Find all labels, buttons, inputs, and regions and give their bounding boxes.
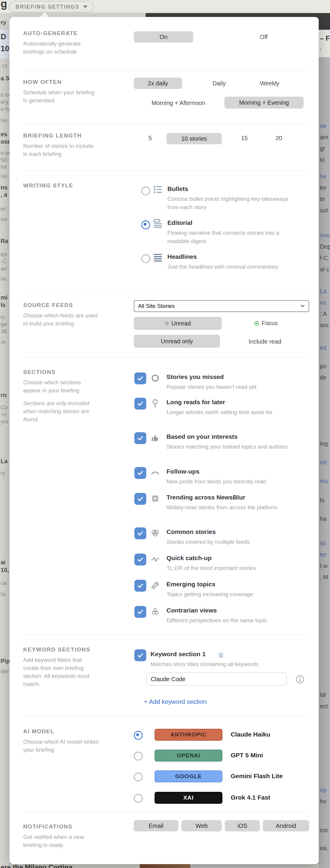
length-15-button[interactable]: 15	[231, 135, 258, 142]
openai-badge[interactable]: OPENAI	[155, 750, 222, 762]
notify-web-button[interactable]: Web	[182, 820, 222, 831]
section-item-description: Widely-read stories from across the plat…	[166, 503, 300, 512]
keyword-section-1-label[interactable]: Keyword section 1	[151, 651, 206, 658]
read-filter-unread-button[interactable]: Unread	[134, 317, 222, 330]
feed-select[interactable]: All Site Stories	[134, 300, 309, 312]
section-based-on-interests-checkbox[interactable]	[134, 432, 146, 444]
writing-style-headlines-radio[interactable]	[141, 254, 150, 263]
article-text-fragment: – F	[320, 34, 330, 42]
time-morning-afternoon-button[interactable]: Morning + Afternoon	[140, 100, 217, 106]
story-list-fragment: 0ar	[1, 118, 7, 123]
include-filter-include-read-button[interactable]: Include read	[231, 338, 299, 345]
keyword-sections-title: KEYWORD SECTIONS	[23, 646, 90, 653]
article-text-fragment: ha	[320, 516, 326, 522]
section-item-title[interactable]: Emerging topics	[166, 581, 216, 588]
story-list-fragment: 0a	[1, 276, 6, 282]
ai-model-title: AI MODEL	[23, 728, 55, 735]
article-text-fragment: mu	[320, 478, 328, 485]
briefing-length-title: BRIEFING LENGTH	[23, 132, 82, 139]
time-morning-evening-button[interactable]: Morning + Evening	[225, 97, 303, 108]
bullets-icon	[153, 185, 163, 194]
section-item-title[interactable]: Trending across NewsBlur	[166, 494, 245, 501]
section-item-title[interactable]: Long reads for later	[166, 399, 225, 406]
ai-model-anthropic-radio[interactable]	[134, 731, 143, 740]
section-divider	[23, 812, 309, 812]
writing-style-editorial-label[interactable]: Editorial	[167, 219, 192, 226]
article-text-fragment: La	[320, 288, 326, 295]
article-text-fragment: sti	[320, 540, 326, 547]
article-text-fragment: ter	[320, 551, 327, 558]
section-stories-you-missed-checkbox[interactable]	[134, 372, 146, 384]
frequency-2x-daily-button[interactable]: 2x daily	[134, 78, 182, 89]
section-item-title[interactable]: Stories you missed	[166, 373, 224, 380]
ai-model-name[interactable]: GPT 5 Mini	[231, 752, 263, 759]
ai-model-name[interactable]: Grok 4.1 Fast	[231, 794, 270, 801]
notify-android-button[interactable]: Android	[263, 820, 309, 831]
writing-style-bullets-label[interactable]: Bullets	[167, 185, 188, 192]
section-item-title[interactable]: Based on your interests	[166, 433, 237, 440]
section-follow-ups-checkbox[interactable]	[134, 467, 146, 479]
section-item-title[interactable]: Quick catch-up	[166, 555, 212, 562]
section-item-title[interactable]: Follow-ups	[166, 468, 199, 475]
read-filter-focus-button[interactable]: Focus	[239, 320, 293, 327]
writing-style-headlines-label[interactable]: Headlines	[167, 253, 197, 260]
ai-model-name[interactable]: Claude Haiku	[231, 731, 270, 738]
section-divider	[23, 290, 309, 290]
section-item-description: New posts from feeds you recently read	[166, 477, 300, 486]
story-list-fragment: 36	[1, 328, 7, 335]
add-keyword-section-button[interactable]: + Add keyword section	[144, 698, 207, 705]
writing-style-bullets-radio[interactable]	[141, 187, 150, 195]
anthropic-badge[interactable]: ANTHROPIC	[155, 729, 222, 741]
section-item-title[interactable]: Common stories	[166, 528, 216, 535]
source-feeds-title: SOURCE FEEDS	[23, 302, 73, 308]
keyword-section-1-checkbox[interactable]	[134, 649, 146, 661]
delete-keyword-icon[interactable]	[218, 652, 224, 658]
notifications-title: NOTIFICATIONS	[23, 824, 72, 830]
check-icon	[137, 400, 144, 407]
length-5-button[interactable]: 5	[137, 135, 164, 142]
article-text-fragment: : A	[320, 311, 327, 317]
length-10-stories-button[interactable]: 10 stories	[166, 133, 222, 144]
notify-ios-button[interactable]: iOS	[225, 820, 260, 831]
headlines-icon	[153, 252, 163, 262]
length-20-button[interactable]: 20	[265, 135, 293, 142]
auto-generate-off-button[interactable]: Off	[235, 34, 292, 40]
keyword-input[interactable]	[146, 673, 287, 686]
section-item-title[interactable]: Contrarian views	[166, 607, 217, 614]
story-list-fragment: a S	[1, 75, 9, 82]
article-text-fragment: to	[320, 156, 325, 163]
auto-generate-description: Automatically generate briefings on sche…	[23, 39, 99, 56]
briefing-settings-button[interactable]: BRIEFING SETTINGS	[9, 1, 94, 13]
section-item-description: Longer articles worth setting time aside…	[166, 408, 300, 416]
section-emerging-topics-checkbox[interactable]	[134, 580, 146, 592]
story-list-fragment: rn	[1, 392, 6, 399]
frequency-weekly-button[interactable]: Weekly	[250, 80, 289, 87]
story-list-fragment: Co	[1, 404, 8, 411]
section-divider	[23, 634, 309, 635]
article-text-fragment: al c	[320, 266, 329, 273]
ai-model-google-radio[interactable]	[134, 773, 143, 781]
section-quick-catch-up-checkbox[interactable]	[134, 554, 146, 565]
google-badge[interactable]: GOOGLE	[155, 770, 222, 782]
source-feeds-description: Choose which feeds are used to build you…	[23, 311, 99, 328]
writing-style-editorial-radio[interactable]	[141, 220, 150, 229]
section-contrarian-views-checkbox[interactable]	[134, 606, 146, 618]
story-list-fragment: , a	[1, 191, 7, 198]
check-icon	[137, 435, 144, 442]
section-common-stories-checkbox[interactable]	[134, 527, 146, 539]
section-trending-checkbox[interactable]	[134, 493, 146, 505]
section-long-reads-checkbox[interactable]	[134, 398, 146, 410]
ai-model-name[interactable]: Gemini Flash Lite	[231, 773, 283, 780]
auto-generate-on-button[interactable]: On	[134, 31, 193, 42]
include-filter-unread-only-button[interactable]: Unread only	[134, 335, 220, 348]
article-text-fragment: gr	[320, 145, 325, 152]
ai-model-xai-radio[interactable]	[134, 794, 143, 803]
info-icon[interactable]	[296, 675, 304, 684]
xai-badge[interactable]: XAI	[155, 792, 222, 804]
unread-dot-icon	[165, 321, 169, 326]
frequency-daily-button[interactable]: Daily	[200, 80, 238, 87]
notify-email-button[interactable]: Email	[134, 820, 178, 831]
ai-model-openai-radio[interactable]	[134, 752, 143, 761]
story-list-fragment: ym	[1, 418, 8, 425]
article-text-fragment: Dep	[320, 243, 330, 250]
